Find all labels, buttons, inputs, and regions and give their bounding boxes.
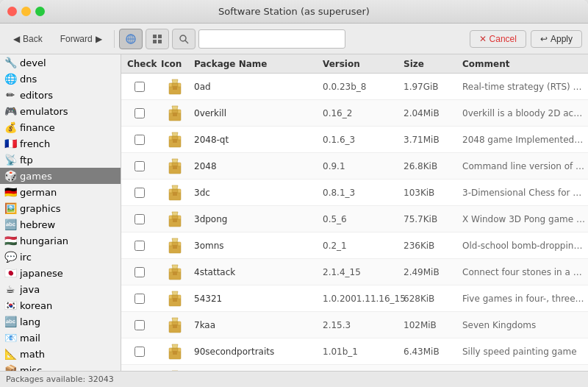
- search-button[interactable]: [172, 29, 196, 49]
- table-row[interactable]: 90secondportraits 1.01b_1 6.43MiB Silly …: [121, 338, 588, 365]
- sidebar-item-lang[interactable]: 🔤lang: [0, 313, 121, 330]
- table-row[interactable]: 3omns 0.2_1 236KiB Old-school bomb-dropp…: [121, 232, 588, 259]
- row-version: 0.16_2: [320, 108, 401, 118]
- apply-button[interactable]: ↩ Apply: [531, 30, 582, 48]
- sidebar-item-ftp[interactable]: 📡ftp: [0, 152, 121, 168]
- sidebar-item-german[interactable]: 🇩🇪german: [0, 184, 121, 200]
- row-checkbox[interactable]: [121, 214, 158, 224]
- forward-button[interactable]: Forward ▶: [53, 31, 110, 47]
- sidebar-item-misc[interactable]: 📦misc: [0, 362, 121, 371]
- table-row[interactable]: 0verkill 0.16_2 2.04MiB 0verkill is a bl…: [121, 100, 588, 127]
- table-row[interactable]: 2048 0.9.1 26.8KiB Command line version …: [121, 153, 588, 180]
- dns-icon: 🌐: [4, 73, 16, 85]
- table-row[interactable]: 0ad 0.0.23b_8 1.97GiB Real-time strategy…: [121, 74, 588, 100]
- sidebar-item-french[interactable]: 🇫🇷french: [0, 135, 121, 152]
- toolbar: ◀ Back Forward ▶: [0, 24, 588, 54]
- table-row[interactable]: 7kaa 2.15.3 102MiB Seven Kingdoms: [121, 312, 588, 338]
- checkbox-input[interactable]: [135, 161, 145, 171]
- sidebar-item-label: hungarian: [20, 235, 68, 246]
- sidebar-item-label: ftp: [20, 155, 33, 166]
- cancel-button[interactable]: ✕ Cancel: [470, 30, 526, 48]
- package-box-icon: [166, 184, 184, 202]
- row-checkbox[interactable]: [121, 108, 158, 118]
- row-checkbox[interactable]: [121, 294, 158, 304]
- package-box-icon: [166, 210, 184, 228]
- row-size: 2.49MiB: [401, 267, 459, 277]
- sidebar-item-emulators[interactable]: 🎮emulators: [0, 103, 121, 119]
- svg-marker-39: [172, 185, 178, 189]
- forward-arrow-icon: ▶: [96, 34, 102, 44]
- sidebar-item-japanese[interactable]: 🇯🇵japanese: [0, 265, 121, 281]
- sidebar-item-games[interactable]: 🎲games: [0, 168, 121, 184]
- japanese-icon: 🇯🇵: [4, 267, 16, 279]
- row-checkbox[interactable]: [121, 267, 158, 277]
- checkbox-input[interactable]: [135, 214, 145, 224]
- french-icon: 🇫🇷: [4, 138, 16, 149]
- sidebar-item-irc[interactable]: 💬irc: [0, 249, 121, 265]
- row-checkbox[interactable]: [121, 320, 158, 330]
- sidebar-item-dns[interactable]: 🌐dns: [0, 71, 121, 87]
- sidebar-item-label: irc: [20, 252, 32, 263]
- row-checkbox[interactable]: [121, 347, 158, 357]
- maximize-button[interactable]: [35, 7, 45, 16]
- search-input[interactable]: [198, 29, 345, 49]
- ftp-icon: 📡: [4, 154, 16, 166]
- checkbox-input[interactable]: [135, 135, 145, 145]
- view-grid-button[interactable]: [146, 29, 169, 49]
- sidebar-item-finance[interactable]: 💰finance: [0, 119, 121, 135]
- hebrew-icon: 🔤: [4, 219, 16, 230]
- row-size: 2.04MiB: [401, 108, 459, 118]
- row-icon: [158, 131, 191, 149]
- row-checkbox[interactable]: [121, 188, 158, 198]
- table-row[interactable]: 2048-qt 0.1.6_3 3.71MiB 2048 game Implem…: [121, 127, 588, 153]
- sidebar-item-label: dns: [20, 74, 37, 85]
- toolbar-right: ✕ Cancel ↩ Apply: [470, 30, 582, 48]
- table-row[interactable]: 54321 1.0.2001.11.16_15 628KiB Five game…: [121, 285, 588, 312]
- svg-rect-31: [173, 166, 177, 169]
- row-checkbox[interactable]: [121, 82, 158, 92]
- german-icon: 🇩🇪: [4, 186, 16, 198]
- checkbox-input[interactable]: [135, 347, 145, 357]
- graphics-icon: 🖼️: [4, 202, 16, 214]
- row-checkbox[interactable]: [121, 135, 158, 145]
- java-icon: ☕: [4, 283, 16, 295]
- sidebar-item-hungarian[interactable]: 🇭🇺hungarian: [0, 232, 121, 249]
- checkbox-input[interactable]: [135, 108, 145, 118]
- sidebar-item-java[interactable]: ☕java: [0, 281, 121, 297]
- back-button[interactable]: ◀ Back: [6, 31, 50, 47]
- sidebar-item-hebrew[interactable]: 🔤hebrew: [0, 216, 121, 232]
- svg-rect-13: [173, 86, 177, 90]
- checkbox-input[interactable]: [135, 294, 145, 304]
- row-version: 2.15.3: [320, 320, 401, 330]
- table-row[interactable]: 4stattack 2.1.4_15 2.49MiB Connect four …: [121, 259, 588, 285]
- sidebar-item-graphics[interactable]: 🖼️graphics: [0, 200, 121, 216]
- editors-icon: ✏️: [4, 89, 16, 101]
- checkbox-input[interactable]: [135, 241, 145, 251]
- row-icon: [158, 316, 191, 334]
- checkbox-input[interactable]: [135, 320, 145, 330]
- minimize-button[interactable]: [21, 7, 31, 16]
- sidebar-item-math[interactable]: 📐math: [0, 346, 121, 362]
- devel-icon: 🔧: [4, 57, 16, 68]
- row-version: 0.2_1: [320, 241, 401, 251]
- table-row[interactable]: 3dc 0.8.1_3 103KiB 3-Dimensional Chess f…: [121, 180, 588, 206]
- sidebar-item-editors[interactable]: ✏️editors: [0, 87, 121, 103]
- table-row[interactable]: CaribbeanStud 1.0_3 188KiB Caribbean Stu…: [121, 365, 588, 371]
- checkbox-input[interactable]: [135, 188, 145, 198]
- svg-rect-49: [173, 245, 177, 249]
- sidebar-item-korean[interactable]: 🇰🇷korean: [0, 297, 121, 313]
- row-checkbox[interactable]: [121, 161, 158, 171]
- checkbox-input[interactable]: [135, 267, 145, 277]
- checkbox-input[interactable]: [135, 82, 145, 92]
- row-version: 1.0.2001.11.16_15: [320, 294, 401, 304]
- sidebar-item-mail[interactable]: 📧mail: [0, 330, 121, 346]
- row-size: 6.43MiB: [401, 347, 459, 357]
- cancel-label: Cancel: [490, 34, 517, 44]
- svg-rect-61: [173, 298, 177, 302]
- row-checkbox[interactable]: [121, 241, 158, 251]
- row-package-name: 54321: [191, 294, 320, 304]
- view-list-button[interactable]: [119, 29, 143, 49]
- table-row[interactable]: 3dpong 0.5_6 75.7KiB X Window 3D Pong ga…: [121, 206, 588, 232]
- close-button[interactable]: [7, 7, 17, 16]
- sidebar-item-devel[interactable]: 🔧devel: [0, 54, 121, 71]
